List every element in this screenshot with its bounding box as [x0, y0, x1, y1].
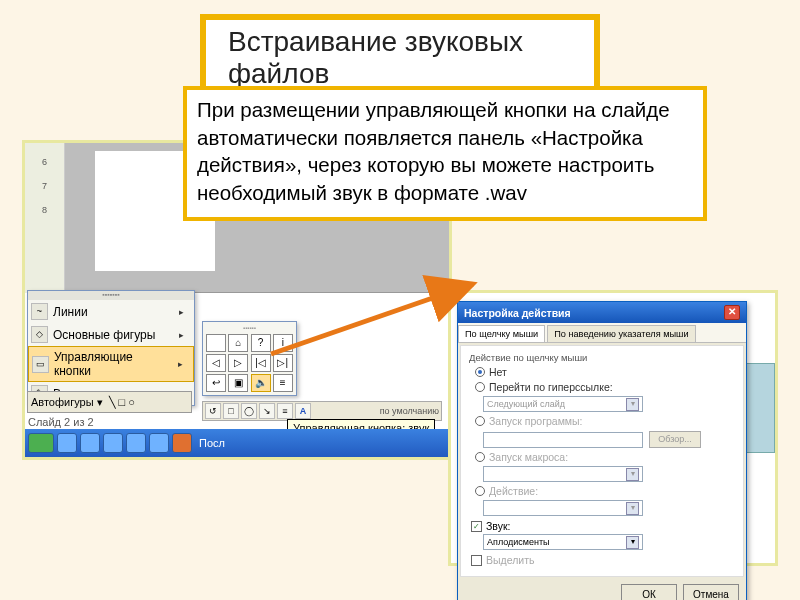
- taskbar-firefox-icon[interactable]: [103, 433, 123, 453]
- tab-on-click[interactable]: По щелчку мыши: [458, 325, 545, 342]
- description-panel: При размещении управляющей кнопки на сла…: [183, 86, 707, 221]
- action-button-document[interactable]: ▣: [228, 374, 248, 392]
- macro-combo: ▾: [483, 466, 643, 482]
- sound-checkbox-row[interactable]: ✓ Звук:: [471, 520, 735, 532]
- radio-icon: [475, 452, 485, 462]
- action-button-beginning[interactable]: |◁: [251, 354, 271, 372]
- radio-macro: Запуск макроса:: [475, 451, 735, 463]
- menu-label: Основные фигуры: [53, 328, 155, 342]
- dialog-body: Действие по щелчку мыши Нет Перейти по г…: [460, 345, 744, 577]
- action-button-back[interactable]: ◁: [206, 354, 226, 372]
- radio-icon: [475, 367, 485, 377]
- menu-item-basic-shapes[interactable]: ◇ Основные фигуры ▸: [28, 323, 194, 346]
- action-button-forward[interactable]: ▷: [228, 354, 248, 372]
- chevron-down-icon: ▾: [626, 536, 639, 549]
- chevron-down-icon: ▾: [626, 502, 639, 515]
- radio-hyperlink[interactable]: Перейти по гиперссылке:: [475, 381, 735, 393]
- action-buttons-grid: ▪▪▪▪▪▪ ⌂ ? i ◁ ▷ |◁ ▷| ↩ ▣ 🔈 ≡: [202, 321, 297, 396]
- action-button-help[interactable]: ?: [251, 334, 271, 352]
- action-button-home[interactable]: ⌂: [228, 334, 248, 352]
- close-icon[interactable]: ✕: [724, 305, 740, 320]
- menu-label: Управляющие кнопки: [54, 350, 173, 378]
- action-combo: ▾: [483, 500, 643, 516]
- radio-icon: [475, 486, 485, 496]
- menu-label: Линии: [53, 305, 88, 319]
- slide-counter: Слайд 2 из 2: [28, 416, 94, 428]
- taskbar-app-icon[interactable]: [149, 433, 169, 453]
- tool-rect-icon[interactable]: □: [223, 403, 239, 419]
- autoshapes-toolbar[interactable]: Автофигуры ▾ ╲□○: [27, 391, 192, 413]
- action-settings-dialog: Настройка действия ✕ По щелчку мыши По н…: [457, 301, 747, 600]
- lines-icon: ~: [31, 303, 48, 320]
- action-button-sound[interactable]: 🔈: [251, 374, 271, 392]
- autoshapes-label: Автофигуры: [31, 396, 94, 408]
- action-button-return[interactable]: ↩: [206, 374, 226, 392]
- tool-line-icon[interactable]: ≡: [277, 403, 293, 419]
- menu-item-lines[interactable]: ~ Линии ▸: [28, 300, 194, 323]
- tab-on-hover[interactable]: По наведению указателя мыши: [547, 325, 695, 342]
- checkbox-icon: ✓: [471, 521, 482, 532]
- grid-drag-handle[interactable]: ▪▪▪▪▪▪: [206, 325, 293, 332]
- action-button-movie[interactable]: ≡: [273, 374, 293, 392]
- taskbar-ie-icon[interactable]: [57, 433, 77, 453]
- windows-taskbar: Посл: [25, 429, 449, 457]
- sound-combo[interactable]: Аплодисменты ▾: [483, 534, 643, 550]
- vertical-ruler: 6 7 8: [25, 143, 65, 293]
- menu-drag-handle[interactable]: ▪▪▪▪▪▪▪: [28, 291, 194, 300]
- dialog-buttons: ОК Отмена: [458, 579, 746, 600]
- radio-icon: [475, 416, 485, 426]
- default-label: по умолчанию: [380, 406, 439, 416]
- chevron-down-icon: ▾: [626, 468, 639, 481]
- action-buttons-icon: ▭: [32, 356, 49, 373]
- action-button-info[interactable]: i: [273, 334, 293, 352]
- radio-none[interactable]: Нет: [475, 366, 735, 378]
- taskbar-app-label: Посл: [199, 437, 225, 449]
- browse-button[interactable]: Обзор...: [649, 431, 701, 448]
- dropdown-arrow-icon: ▾: [97, 396, 103, 409]
- program-path-input: [483, 432, 643, 448]
- shapes-icon: ◇: [31, 326, 48, 343]
- cancel-button[interactable]: Отмена: [683, 584, 739, 600]
- radio-action: Действие:: [475, 485, 735, 497]
- title-text: Встраивание звуковых файлов: [228, 26, 523, 89]
- tool-oval-icon[interactable]: ◯: [241, 403, 257, 419]
- tool-rotate-icon[interactable]: ↺: [205, 403, 221, 419]
- dialog-screenshot: Настройка действия ✕ По щелчку мыши По н…: [448, 290, 778, 566]
- radio-icon: [475, 382, 485, 392]
- hyperlink-combo[interactable]: Следующий слайд ▾: [483, 396, 643, 412]
- action-button-custom[interactable]: [206, 334, 226, 352]
- menu-item-action-buttons[interactable]: ▭ Управляющие кнопки ▸: [28, 346, 194, 382]
- tool-arrow-icon[interactable]: ↘: [259, 403, 275, 419]
- action-button-end[interactable]: ▷|: [273, 354, 293, 372]
- tool-text-icon[interactable]: A: [295, 403, 311, 419]
- taskbar-app-icon[interactable]: [126, 433, 146, 453]
- submenu-arrow-icon: ▸: [179, 307, 184, 317]
- taskbar-powerpoint-icon[interactable]: [172, 433, 192, 453]
- submenu-arrow-icon: ▸: [178, 359, 183, 369]
- start-button[interactable]: [28, 433, 54, 453]
- autoshapes-submenu: ▪▪▪▪▪▪▪ ~ Линии ▸ ◇ Основные фигуры ▸ ▭ …: [27, 290, 195, 406]
- dialog-tabs: По щелчку мыши По наведению указателя мы…: [458, 323, 746, 343]
- section-heading: Действие по щелчку мыши: [469, 352, 735, 363]
- taskbar-save-icon[interactable]: [80, 433, 100, 453]
- dialog-title-text: Настройка действия: [464, 307, 571, 319]
- ok-button[interactable]: ОК: [621, 584, 677, 600]
- highlight-checkbox-row: Выделить: [471, 554, 735, 566]
- drawing-toolbar: ↺ □ ◯ ↘ ≡ A по умолчанию: [202, 401, 442, 421]
- submenu-arrow-icon: ▸: [179, 330, 184, 340]
- checkbox-icon: [471, 555, 482, 566]
- description-text: При размещении управляющей кнопки на сла…: [197, 98, 670, 204]
- dialog-titlebar[interactable]: Настройка действия ✕: [458, 302, 746, 323]
- chevron-down-icon: ▾: [626, 398, 639, 411]
- radio-program[interactable]: Запуск программы:: [475, 415, 735, 427]
